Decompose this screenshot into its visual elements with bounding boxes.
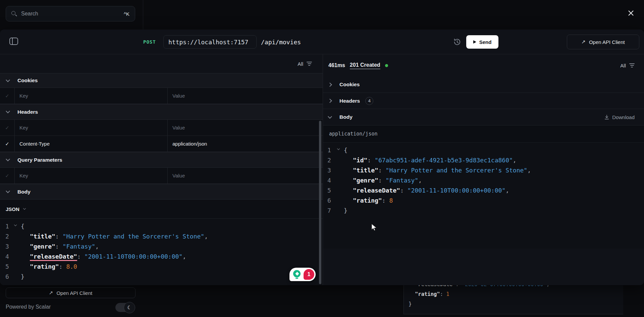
chevron-down-icon [23, 207, 26, 210]
section-title: Cookies [339, 82, 360, 88]
chevron-right-icon [328, 83, 332, 87]
download-label: Download [612, 114, 635, 120]
code-line: 4"genre": "Fantasy", [323, 175, 644, 186]
editor-hints-badge[interactable]: 1 [289, 268, 316, 281]
line-number: 2 [323, 155, 333, 165]
value-placeholder: Value [172, 93, 185, 99]
code-line: 1{ [0, 221, 323, 231]
gutter [333, 155, 344, 159]
content-type-text: application/json [329, 131, 378, 137]
base-url-field[interactable]: https://localhost:7157 [163, 35, 257, 49]
topbar: ^K [0, 0, 644, 30]
row-checkbox[interactable]: ✓ [0, 168, 15, 183]
request-filter-row: All [0, 54, 323, 73]
code-line: 3"genre": "Fantasy", [0, 242, 323, 252]
response-section-body[interactable]: Body Download [323, 109, 644, 125]
header-value: application/json [172, 141, 207, 147]
open-api-client-button-bottom[interactable]: ↗ Open API Client [6, 287, 136, 298]
request-section-cookies[interactable]: Cookies [0, 73, 323, 88]
request-filter-label[interactable]: All [298, 61, 303, 67]
check-icon: ✓ [5, 141, 9, 147]
code-line: 3"title": "Harry Potter and the Sorcerer… [323, 165, 644, 175]
code-line: 6"rating": 8 [323, 196, 644, 206]
request-body-editor[interactable]: 1{2"title": "Harry Potter and the Sorcer… [0, 219, 323, 285]
chevron-right-icon [328, 99, 332, 103]
gutter [10, 272, 21, 275]
close-icon[interactable] [626, 8, 636, 18]
sidebar-divider [143, 0, 143, 30]
check-icon: ✓ [5, 125, 9, 131]
filter-icon[interactable] [629, 63, 635, 67]
value-input[interactable]: application/json [168, 136, 323, 152]
value-input[interactable]: Value [168, 88, 323, 104]
request-section-body[interactable]: Body [0, 184, 323, 200]
gutter [10, 231, 21, 235]
row-checkbox[interactable]: ✓ [0, 88, 15, 104]
chevron-down-icon [6, 109, 10, 113]
panels: All Cookies ✓ Key Value Headers ✓ [0, 54, 644, 285]
send-button[interactable]: Send [466, 35, 498, 49]
search-input[interactable] [21, 11, 120, 17]
section-title: Body [17, 189, 31, 195]
query-empty-row: ✓ Key Value [0, 168, 323, 184]
request-section-query-parameters[interactable]: Query Parameters [0, 152, 323, 168]
key-input[interactable]: Content-Type [15, 136, 168, 152]
history-icon[interactable] [453, 38, 462, 47]
fold-toggle-icon[interactable] [333, 145, 344, 150]
line-number: 4 [0, 252, 10, 262]
line-number: 6 [0, 272, 10, 282]
search-shortcut: ^K [124, 11, 129, 17]
sidebar-toggle-icon[interactable] [9, 38, 18, 46]
send-label: Send [479, 39, 492, 45]
download-icon [604, 114, 609, 120]
open-api-client-button-top[interactable]: ↗ Open API Client [567, 35, 639, 49]
value-input[interactable]: Value [168, 120, 323, 136]
search-box[interactable]: ^K [6, 6, 135, 21]
key-input[interactable]: Key [15, 88, 168, 104]
chevron-down-icon [6, 157, 10, 161]
value-placeholder: Value [172, 125, 185, 130]
row-checkbox-checked[interactable]: ✓ [0, 136, 15, 152]
key-input[interactable]: Key [15, 168, 168, 183]
response-body-viewer: 1{2"id": "67abc951-adef-4921-b5e3-9d83ec… [323, 143, 644, 249]
gutter [10, 242, 21, 245]
fold-toggle-icon[interactable] [10, 221, 21, 226]
external-link-icon: ↗ [49, 290, 53, 296]
check-icon: ✓ [5, 93, 9, 99]
filter-icon[interactable] [307, 62, 312, 66]
code-line: 4"releaseDate": "2001-11-10T00:00:00+00:… [0, 252, 323, 262]
path-field[interactable]: /api/movies [261, 30, 301, 54]
key-input[interactable]: Key [15, 120, 168, 136]
request-panel-scrollbar[interactable] [319, 121, 321, 284]
response-panel: 461ms 201 Created All Cookies Headers 4 [323, 54, 644, 285]
response-status-code[interactable]: 201 Created [350, 62, 380, 69]
code-line: "releaseDate": "2020-02-07T00:00:00+00:0… [409, 285, 623, 289]
open-api-client-label: Open API Client [589, 39, 625, 45]
row-checkbox[interactable]: ✓ [0, 120, 15, 136]
section-title: Body [339, 114, 353, 120]
http-method-badge[interactable]: POST [143, 30, 156, 54]
section-title: Cookies [17, 77, 38, 84]
response-section-headers[interactable]: Headers 4 [323, 93, 644, 109]
key-placeholder: Key [19, 93, 28, 99]
value-input[interactable]: Value [168, 168, 323, 183]
line-number: 3 [323, 165, 333, 175]
response-duration: 461ms [328, 62, 345, 68]
line-number: 5 [0, 262, 10, 272]
dark-mode-toggle[interactable]: ☾ [115, 303, 134, 312]
response-status-row: 461ms 201 Created All [323, 54, 644, 76]
headers-count-badge: 4 [365, 97, 373, 105]
download-button[interactable]: Download [604, 114, 635, 120]
code-line: "rating": 1 [409, 289, 623, 299]
code-line: 7} [323, 206, 644, 216]
play-icon [473, 40, 476, 44]
body-format-select[interactable]: JSON [0, 200, 323, 219]
key-placeholder: Key [19, 173, 28, 178]
request-section-headers[interactable]: Headers [0, 104, 323, 120]
response-section-cookies[interactable]: Cookies [323, 76, 644, 93]
gutter [333, 175, 344, 179]
section-title: Headers [17, 109, 38, 115]
hint-count-badge: 1 [304, 269, 314, 280]
response-filter-label[interactable]: All [620, 63, 626, 68]
moon-icon: ☾ [124, 302, 135, 313]
